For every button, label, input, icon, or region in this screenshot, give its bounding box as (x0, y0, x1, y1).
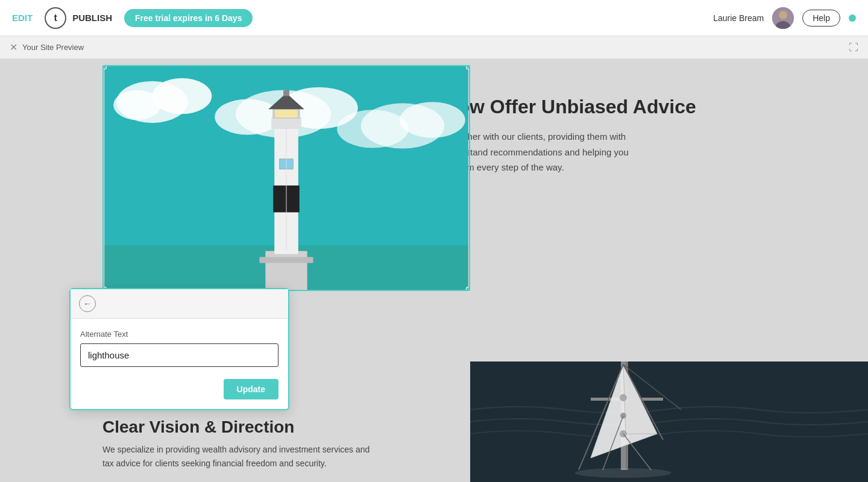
svg-rect-15 (259, 257, 313, 263)
popup-header: ← (71, 289, 288, 319)
svg-point-1 (779, 11, 787, 19)
svg-point-9 (215, 99, 280, 134)
resize-handle-br[interactable] (466, 287, 470, 291)
svg-point-12 (337, 110, 409, 148)
avatar[interactable] (772, 7, 794, 29)
svg-rect-14 (265, 251, 307, 290)
edit-button[interactable]: EDIT (12, 13, 33, 23)
popup-body: Alternate Text (71, 319, 288, 379)
collapse-icon[interactable]: ✕ (10, 42, 17, 53)
site-preview: ← Alternate Text Update Clear Vision & D… (0, 59, 868, 482)
svg-point-11 (400, 102, 465, 137)
nav-right: Laurie Bream Help (713, 7, 856, 29)
svg-point-40 (575, 468, 671, 478)
svg-rect-26 (470, 362, 868, 482)
alt-text-popup: ← Alternate Text Update (69, 288, 289, 410)
back-button[interactable]: ← (79, 295, 96, 312)
popup-footer: Update (71, 379, 288, 409)
bottom-section-title: Clear Vision & Direction (102, 418, 374, 437)
resize-handle-tl[interactable] (102, 65, 107, 69)
preview-bar-left: ✕ Your Site Preview (10, 42, 84, 53)
svg-rect-22 (283, 90, 289, 96)
main-content: ← Alternate Text Update Clear Vision & D… (0, 59, 868, 482)
preview-bar: ✕ Your Site Preview ⛶ (0, 36, 868, 59)
update-button[interactable]: Update (224, 379, 278, 399)
top-navigation: EDIT t PUBLISH Free trial expires in 6 D… (0, 0, 868, 36)
user-name: Laurie Bream (713, 13, 764, 23)
help-button[interactable]: Help (802, 10, 840, 27)
svg-rect-20 (275, 110, 298, 117)
section-title: We Now Offer Unbiased Advice (410, 95, 832, 118)
alt-text-label: Alternate Text (80, 330, 278, 339)
expand-icon[interactable]: ⛶ (849, 42, 858, 53)
svg-point-5 (152, 78, 212, 114)
boat-image (470, 362, 868, 482)
resize-handle-tr[interactable] (466, 65, 470, 69)
left-column: ← Alternate Text Update Clear Vision & D… (0, 59, 386, 482)
publish-button[interactable]: PUBLISH (72, 13, 112, 23)
alt-text-input[interactable] (80, 343, 278, 367)
svg-point-35 (620, 394, 627, 401)
status-dot (849, 14, 856, 22)
lighthouse-image[interactable] (102, 65, 470, 291)
trial-badge: Free trial expires in 6 Days (124, 9, 253, 27)
logo: t (45, 7, 66, 29)
svg-point-6 (113, 90, 161, 120)
bottom-section-body: We specialize in providing wealth adviso… (102, 443, 374, 470)
bottom-left: Clear Vision & Direction We specialize i… (0, 405, 386, 482)
preview-label: Your Site Preview (22, 43, 84, 52)
